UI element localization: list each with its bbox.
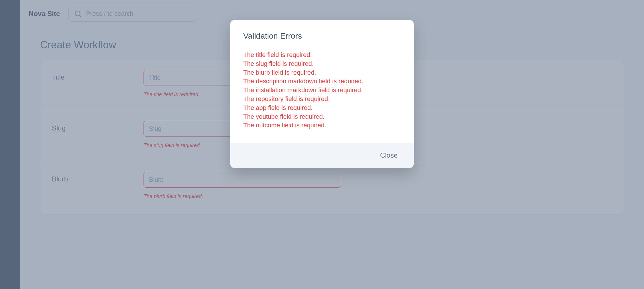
modal-title: Validation Errors xyxy=(243,31,401,41)
error-item: The youtube field is required. xyxy=(243,112,401,121)
close-button[interactable]: Close xyxy=(376,149,402,162)
error-item: The slug field is required. xyxy=(243,60,401,68)
validation-modal: Validation Errors The title field is req… xyxy=(230,20,414,168)
modal-overlay[interactable]: Validation Errors The title field is req… xyxy=(0,0,644,289)
error-item: The installation markdown field is requi… xyxy=(243,86,401,95)
error-item: The app field is required. xyxy=(243,104,401,112)
error-list: The title field is required. The slug fi… xyxy=(243,51,401,130)
error-item: The repository field is required. xyxy=(243,95,401,104)
error-item: The description markdown field is requir… xyxy=(243,77,401,86)
modal-footer: Close xyxy=(230,143,414,168)
modal-body: Validation Errors The title field is req… xyxy=(230,20,414,143)
error-item: The title field is required. xyxy=(243,51,401,60)
error-item: The outcome field is required. xyxy=(243,121,401,130)
error-item: The blurb field is required. xyxy=(243,68,401,77)
